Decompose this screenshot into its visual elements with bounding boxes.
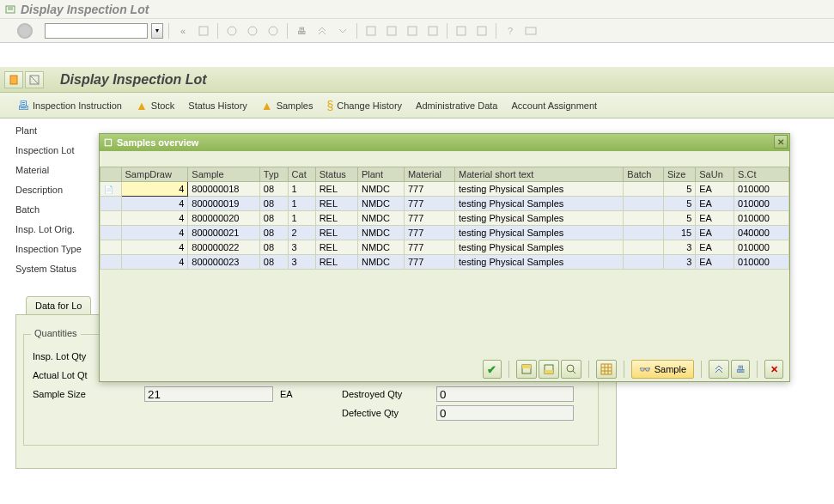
inspection-instruction-button[interactable]: 🖶Inspection Instruction (17, 99, 122, 112)
table-row[interactable]: 4800000022083RELNMDC777testing Physical … (100, 240, 789, 255)
cell-saun[interactable]: EA (696, 182, 734, 197)
info-button[interactable] (4, 71, 23, 88)
cell-material[interactable]: 777 (404, 211, 454, 226)
cell-status[interactable]: REL (315, 226, 357, 240)
cell-typ[interactable]: 08 (259, 240, 288, 255)
cell-shorttext[interactable]: testing Physical Samples (454, 226, 623, 240)
row-selector[interactable] (100, 197, 122, 211)
cell-plant[interactable]: NMDC (357, 240, 404, 255)
print-button[interactable]: 🖶 (731, 360, 750, 379)
cell-batch[interactable] (624, 211, 664, 226)
cell-plant[interactable]: NMDC (357, 182, 404, 197)
account-assignment-button[interactable]: Account Assignment (511, 100, 597, 111)
column-header[interactable]: Status (315, 167, 357, 182)
cell-shorttext[interactable]: testing Physical Samples (454, 211, 623, 226)
cell-cat[interactable]: 1 (288, 211, 315, 226)
cancel-button[interactable]: ✕ (764, 360, 783, 379)
column-header[interactable]: Material (404, 167, 454, 182)
column-header[interactable]: SampDraw (121, 167, 188, 182)
sample-button[interactable]: 👓 Sample (631, 360, 694, 379)
row-selector[interactable]: 📄 (100, 182, 122, 197)
cell-plant[interactable]: NMDC (357, 211, 404, 226)
cell-shorttext[interactable]: testing Physical Samples (454, 197, 623, 211)
cell-sampdraw[interactable]: 4 (121, 182, 188, 197)
print-icon[interactable]: 🖶 (293, 22, 310, 39)
cell-material[interactable]: 777 (404, 226, 454, 240)
cell-sct[interactable]: 040000 (734, 226, 789, 240)
shortcut-icon[interactable] (473, 22, 490, 39)
cell-size[interactable]: 3 (663, 240, 695, 255)
column-header[interactable]: Size (663, 167, 695, 182)
samples-button[interactable]: ▲Samples (261, 99, 314, 112)
cell-sample[interactable]: 800000021 (188, 226, 259, 240)
cell-sct[interactable]: 010000 (734, 255, 789, 270)
cell-cat[interactable]: 3 (288, 255, 315, 270)
sample-size-field[interactable] (144, 386, 273, 402)
stock-button[interactable]: ▲Stock (136, 99, 174, 112)
layout-icon[interactable] (522, 22, 539, 39)
dialog-close-button[interactable]: ✕ (774, 135, 788, 149)
cell-sct[interactable]: 010000 (734, 197, 789, 211)
cell-saun[interactable]: EA (696, 211, 734, 226)
cell-status[interactable]: REL (315, 255, 357, 270)
cell-batch[interactable] (624, 197, 664, 211)
cell-status[interactable]: REL (315, 240, 357, 255)
first-page-icon[interactable] (362, 22, 380, 39)
cell-material[interactable]: 777 (404, 240, 454, 255)
column-header[interactable]: SaUn (696, 167, 734, 182)
cell-typ[interactable]: 08 (259, 182, 288, 197)
cell-sct[interactable]: 010000 (734, 211, 789, 226)
column-header[interactable]: Typ (259, 167, 288, 182)
cell-shorttext[interactable]: testing Physical Samples (454, 182, 623, 197)
administrative-data-button[interactable]: Administrative Data (416, 100, 497, 111)
status-history-button[interactable]: Status History (188, 100, 247, 111)
row-selector[interactable] (100, 240, 122, 255)
cell-typ[interactable]: 08 (259, 226, 288, 240)
cell-shorttext[interactable]: testing Physical Samples (454, 240, 623, 255)
cell-size[interactable]: 15 (663, 226, 695, 240)
row-selector[interactable] (100, 255, 122, 270)
table-row[interactable]: 📄4800000018081RELNMDC777testing Physical… (100, 182, 789, 197)
cell-batch[interactable] (624, 240, 664, 255)
command-dropdown[interactable]: ▼ (151, 23, 163, 39)
defective-qty-field[interactable] (436, 405, 574, 421)
nav-back-icon[interactable] (223, 22, 240, 39)
cell-batch[interactable] (624, 182, 664, 197)
select-all-button[interactable] (516, 360, 537, 379)
row-selector[interactable] (100, 211, 122, 226)
tab-data-for-lot[interactable]: Data for Lo (26, 296, 91, 314)
column-header[interactable]: Sample (188, 167, 259, 182)
cell-sampdraw[interactable]: 4 (121, 226, 188, 240)
cell-cat[interactable]: 3 (288, 240, 315, 255)
destroyed-qty-field[interactable] (436, 386, 574, 402)
cell-material[interactable]: 777 (404, 255, 454, 270)
change-history-button[interactable]: §Change History (326, 99, 402, 112)
cell-cat[interactable]: 2 (288, 226, 315, 240)
cell-shorttext[interactable]: testing Physical Samples (454, 255, 623, 270)
cell-size[interactable]: 5 (663, 182, 695, 197)
column-header[interactable]: Batch (624, 167, 664, 182)
cell-sample[interactable]: 800000022 (188, 240, 259, 255)
cell-size[interactable]: 5 (663, 197, 695, 211)
back-icon[interactable]: « (174, 22, 192, 39)
row-selector[interactable] (100, 226, 122, 240)
cell-typ[interactable]: 08 (259, 211, 288, 226)
cell-sampdraw[interactable]: 4 (121, 255, 188, 270)
cell-material[interactable]: 777 (404, 197, 454, 211)
nav-cancel-icon[interactable] (265, 22, 282, 39)
cell-sct[interactable]: 010000 (734, 182, 789, 197)
cell-typ[interactable]: 08 (259, 255, 288, 270)
cell-status[interactable]: REL (315, 197, 357, 211)
accept-button[interactable] (17, 23, 33, 39)
cell-status[interactable]: REL (315, 182, 357, 197)
save-icon[interactable] (195, 22, 212, 39)
cell-status[interactable]: REL (315, 211, 357, 226)
cell-plant[interactable]: NMDC (357, 255, 404, 270)
next-page-icon[interactable] (404, 22, 421, 39)
find-icon[interactable] (314, 22, 331, 39)
cell-typ[interactable]: 08 (259, 197, 288, 211)
cell-sampdraw[interactable]: 4 (121, 197, 188, 211)
cell-saun[interactable]: EA (696, 255, 734, 270)
cell-saun[interactable]: EA (696, 240, 734, 255)
cell-sample[interactable]: 800000018 (188, 182, 259, 197)
